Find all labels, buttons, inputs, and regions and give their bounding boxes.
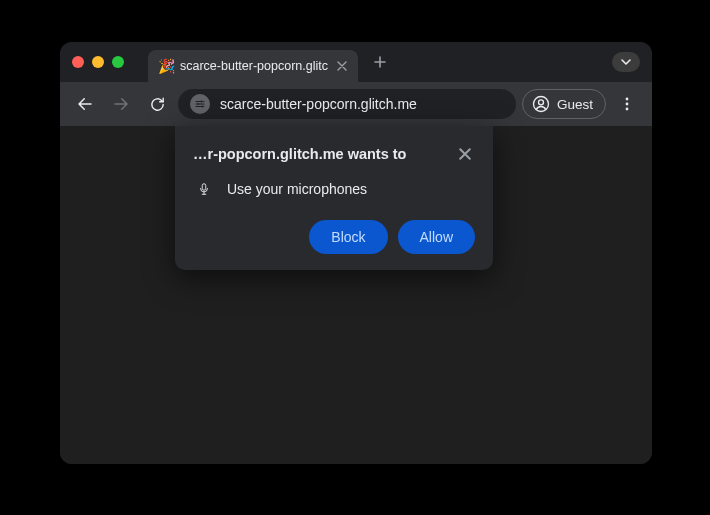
svg-point-1 [198,103,200,105]
url-text: scarce-butter-popcorn.glitch.me [220,96,417,112]
favicon-icon: 🎉 [158,58,174,74]
svg-point-6 [626,103,629,106]
svg-point-4 [538,100,543,105]
permission-close-button[interactable] [455,144,475,164]
titlebar: 🎉 scarce-butter-popcorn.glitch [60,42,652,82]
back-button[interactable] [70,89,100,119]
minimize-window-button[interactable] [92,56,104,68]
permission-item: Use your microphones [193,180,475,198]
tab-strip: 🎉 scarce-butter-popcorn.glitch [148,42,612,82]
address-bar[interactable]: scarce-butter-popcorn.glitch.me [178,89,516,119]
page-content: …r-popcorn.glitch.me wants to Use your m… [60,126,652,464]
traffic-lights [72,56,124,68]
window-dropdown-button[interactable] [612,52,640,72]
new-tab-button[interactable] [366,48,394,76]
svg-point-0 [201,101,203,103]
profile-button[interactable]: Guest [522,89,606,119]
permission-title: …r-popcorn.glitch.me wants to [193,146,406,162]
permission-prompt: …r-popcorn.glitch.me wants to Use your m… [175,126,493,270]
permission-item-label: Use your microphones [227,181,367,197]
allow-button[interactable]: Allow [398,220,475,254]
guest-avatar-icon [531,94,551,114]
svg-point-2 [202,106,204,108]
reload-button[interactable] [142,89,172,119]
svg-rect-8 [202,184,206,190]
svg-point-7 [626,108,629,111]
active-tab[interactable]: 🎉 scarce-butter-popcorn.glitch [148,50,358,82]
tab-title: scarce-butter-popcorn.glitch [180,59,328,73]
tab-close-button[interactable] [334,58,350,74]
browser-window: 🎉 scarce-butter-popcorn.glitch [60,42,652,464]
forward-button[interactable] [106,89,136,119]
microphone-icon [195,180,213,198]
close-window-button[interactable] [72,56,84,68]
site-settings-icon[interactable] [190,94,210,114]
maximize-window-button[interactable] [112,56,124,68]
svg-point-5 [626,98,629,101]
chrome-menu-button[interactable] [612,89,642,119]
profile-label: Guest [557,97,593,112]
block-button[interactable]: Block [309,220,387,254]
toolbar: scarce-butter-popcorn.glitch.me Guest [60,82,652,126]
